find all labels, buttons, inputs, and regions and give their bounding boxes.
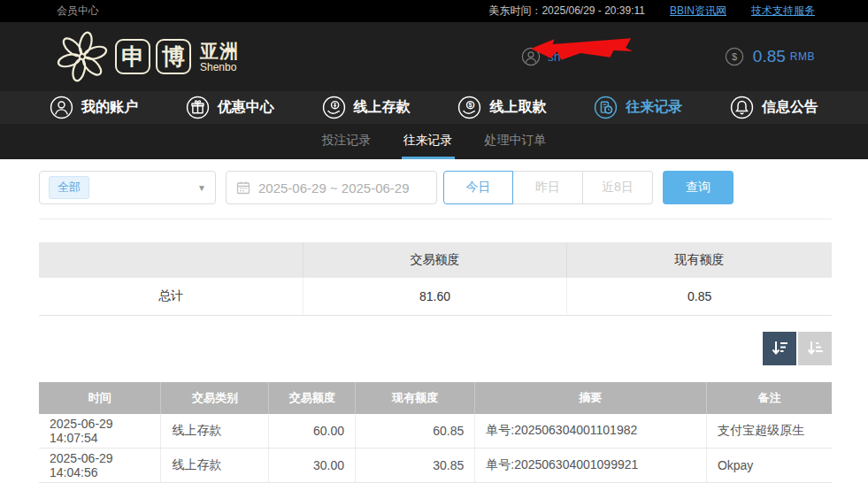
yesterday-button[interactable]: 昨日 [513, 171, 583, 204]
sort-desc-icon [769, 338, 790, 359]
logo-subtitle: Shenbo [200, 62, 239, 73]
content-area: 全部 ▼ 2025-06-29 ~ 2025-06-29 今日 昨日 近8日 查… [0, 159, 868, 483]
nav-my-account[interactable]: 我的账户 [50, 96, 138, 119]
cell-summary: 单号:202506304001101982 [475, 414, 707, 448]
tech-support-link[interactable]: 技术支持服务 [751, 4, 815, 19]
tab-pending-orders[interactable]: 处理中订单 [483, 124, 549, 159]
bbin-news-link[interactable]: BBIN资讯网 [670, 4, 726, 19]
col-header-note: 备注 [706, 382, 832, 414]
date-range-value: 2025-06-29 ~ 2025-06-29 [258, 180, 410, 196]
user-account-area[interactable]: sh [521, 47, 716, 66]
quick-date-buttons: 今日 昨日 近8日 [443, 171, 653, 204]
records-table: 时间 交易类别 交易额度 现有额度 摘要 备注 2025-06-29 14:07… [39, 382, 832, 483]
date-range-input[interactable]: 2025-06-29 ~ 2025-06-29 [226, 171, 437, 204]
type-select[interactable]: 全部 ▼ [39, 171, 216, 204]
cell-type: 线上存款 [161, 414, 269, 448]
records-header-row: 时间 交易类别 交易额度 现有额度 摘要 备注 [39, 382, 832, 414]
filter-divider [39, 218, 832, 219]
nav-transaction-records[interactable]: 往来记录 [594, 96, 682, 119]
dollar-coin-icon: $ [725, 47, 744, 66]
cell-balance: 60.85 [355, 414, 474, 448]
table-row: 2025-06-29 14:07:54 线上存款 60.00 60.85 单号:… [39, 414, 832, 448]
sort-asc-icon [804, 338, 826, 359]
summary-trade-amount: 81.60 [303, 278, 566, 315]
summary-header-row: 交易额度 现有额度 [39, 242, 832, 278]
sort-controls [39, 332, 832, 365]
balance-amount: 0.85 [753, 47, 786, 66]
server-time: 美东时间：2025/06/29 - 20:39:11 [488, 4, 645, 19]
col-header-type: 交易类别 [161, 382, 269, 414]
today-button[interactable]: 今日 [443, 171, 513, 204]
type-select-value: 全部 [49, 176, 89, 199]
gift-icon [186, 96, 210, 119]
col-header-amount: 交易额度 [269, 382, 356, 414]
logo-char-bo: 博 [156, 39, 191, 74]
summary-total-row: 总计 81.60 0.85 [39, 278, 832, 315]
records-icon [594, 96, 618, 119]
withdraw-icon: $ [457, 96, 481, 119]
cell-summary: 单号:202506304001099921 [475, 448, 707, 483]
col-header-balance: 现有额度 [355, 382, 474, 414]
tab-transaction-records[interactable]: 往来记录 [402, 124, 455, 159]
summary-total-label: 总计 [39, 278, 303, 315]
balance-currency: RMB [790, 50, 815, 63]
summary-current-amount: 0.85 [567, 278, 832, 315]
svg-text:$: $ [732, 51, 737, 62]
sort-descending-button[interactable] [763, 332, 796, 365]
nav-online-deposit[interactable]: 线上存款 [322, 96, 411, 119]
cell-amount: 60.00 [269, 414, 356, 448]
bell-icon [730, 96, 754, 119]
table-row: 2025-06-29 14:04:56 线上存款 30.00 30.85 单号:… [39, 448, 832, 483]
deposit-icon [322, 96, 346, 119]
col-header-summary: 摘要 [475, 382, 707, 414]
cell-note: Okpay [706, 448, 832, 483]
record-subnav: 投注记录 往来记录 处理中订单 [0, 124, 868, 159]
main-nav: 我的账户 优惠中心 线上存款 $ 线上取款 [0, 91, 868, 124]
cell-amount: 30.00 [269, 448, 356, 483]
red-annotation-arrow [530, 36, 634, 65]
col-header-time: 时间 [39, 382, 161, 414]
shenbo-logo[interactable]: 申 博 亚洲 Shenbo [57, 31, 239, 82]
calendar-icon [236, 180, 250, 195]
summary-header-empty [39, 242, 303, 278]
svg-text:$: $ [469, 101, 472, 109]
cell-note: 支付宝超级原生 [706, 414, 832, 448]
summary-header-current: 现有额度 [567, 242, 832, 278]
summary-header-trade: 交易额度 [303, 242, 566, 278]
logo-region-text: 亚洲 [200, 42, 239, 60]
cell-type: 线上存款 [161, 448, 269, 483]
site-header: 申 博 亚洲 Shenbo sh $ 0.85 RMB [0, 22, 868, 91]
sort-ascending-button[interactable] [798, 332, 832, 365]
filter-row: 全部 ▼ 2025-06-29 ~ 2025-06-29 今日 昨日 近8日 查… [39, 171, 832, 204]
wallet-balance[interactable]: $ 0.85 RMB [725, 47, 815, 66]
account-icon [50, 96, 73, 119]
cell-balance: 30.85 [355, 448, 474, 483]
search-button[interactable]: 查询 [663, 171, 734, 204]
cell-time: 2025-06-29 14:04:56 [39, 448, 161, 483]
logo-char-shen: 申 [115, 39, 150, 74]
nav-promotions[interactable]: 优惠中心 [186, 96, 274, 119]
tab-betting-records[interactable]: 投注记录 [320, 124, 373, 159]
nav-announcements[interactable]: 信息公告 [730, 96, 818, 119]
last-8-days-button[interactable]: 近8日 [583, 171, 653, 204]
member-center-label: 会员中心 [57, 4, 99, 19]
flower-logo-icon [57, 31, 108, 82]
chevron-down-icon: ▼ [197, 183, 206, 193]
cell-time: 2025-06-29 14:07:54 [39, 414, 161, 448]
top-utility-bar: 会员中心 美东时间：2025/06/29 - 20:39:11 BBIN资讯网 … [0, 0, 868, 22]
summary-table: 交易额度 现有额度 总计 81.60 0.85 [39, 242, 832, 316]
nav-online-withdrawal[interactable]: $ 线上取款 [457, 96, 546, 119]
